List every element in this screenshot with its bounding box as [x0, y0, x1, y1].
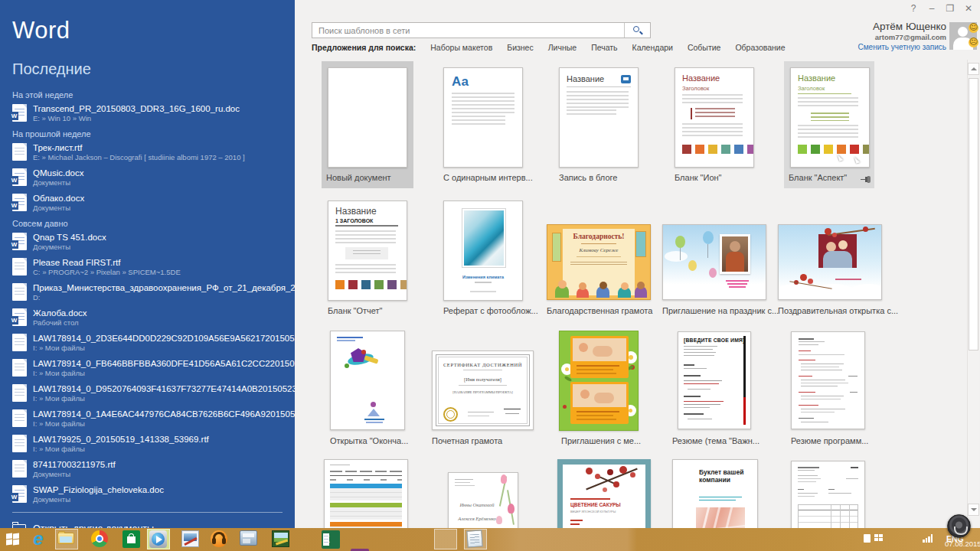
- file-explorer-icon[interactable]: [57, 533, 76, 551]
- rtf-doc-icon: [12, 384, 27, 402]
- recent-file[interactable]: LAW178914_0_FB646BBFBBA360DFE41D56A5A61C…: [12, 357, 295, 378]
- scroll-up-button[interactable]: [968, 63, 979, 75]
- scroll-down-button[interactable]: [968, 504, 979, 516]
- search-button[interactable]: [624, 23, 650, 37]
- template-blog-post[interactable]: Название: [559, 67, 639, 168]
- excel-icon[interactable]: X: [322, 530, 340, 549]
- theme-color-squares: [798, 145, 870, 154]
- app-title: Word: [0, 0, 295, 44]
- template-blank-aspect[interactable]: Название Заголовок: [790, 67, 870, 168]
- taskbar-date[interactable]: 07.08.2015: [945, 540, 980, 548]
- account-name: Артём Ющенко: [858, 21, 946, 32]
- media-player-icon[interactable]: [149, 530, 168, 549]
- template-label: Бланк "Отчет": [328, 306, 383, 315]
- template-label: С одинарным интерв...: [443, 173, 533, 182]
- template-baby-invitations[interactable]: [559, 331, 639, 431]
- greeting-text-line: [835, 279, 861, 280]
- tray-app-icon[interactable]: [864, 534, 871, 543]
- recent-file[interactable]: LAW178914_0_D9520764093F41637F73277E4741…: [12, 383, 295, 403]
- suggestion-link-layouts[interactable]: Наборы макетов: [430, 43, 492, 52]
- template-label: Благодарственная грамота: [547, 306, 652, 315]
- close-button[interactable]: ✕: [963, 3, 974, 14]
- help-button[interactable]: ?: [908, 3, 919, 14]
- template-label: Бланк "Аспект": [789, 173, 847, 182]
- group-label: На прошлой неделе: [12, 129, 295, 139]
- template-label: Приглашения с ме...: [561, 436, 641, 445]
- recent-file[interactable]: W Qnap TS 451.docx Документы: [12, 231, 295, 252]
- overlay-badge-icon[interactable]: [947, 514, 971, 538]
- recent-file[interactable]: W Transcend_PR_20150803_DDR3_16G_1600_ru…: [12, 103, 295, 123]
- template-greeting-card[interactable]: [778, 224, 882, 300]
- suggestion-link-calendars[interactable]: Календари: [632, 43, 673, 52]
- recent-file[interactable]: LAW179925_0_20150519_141338_53969.rtf I:…: [12, 433, 295, 454]
- template-label: Открытка "Оконча...: [330, 436, 408, 445]
- rtf-doc-icon: [12, 460, 27, 478]
- rtf-doc-icon: [12, 258, 27, 276]
- template-label: Почетная грамота: [432, 436, 502, 445]
- theme-color-squares: [335, 280, 407, 289]
- template-resume-programmer[interactable]: [791, 331, 865, 429]
- template-resume-important[interactable]: [ВВЕДИТЕ СВОЕ ИМЯ]: [678, 331, 751, 429]
- tray-network-icon[interactable]: [923, 534, 933, 543]
- template-single-spaced[interactable]: Аа: [443, 67, 523, 168]
- search-input[interactable]: [312, 23, 624, 37]
- windows-store-icon[interactable]: [122, 530, 141, 549]
- tray-windows-icon[interactable]: [874, 534, 883, 541]
- audio-player-icon[interactable]: [211, 530, 229, 549]
- suggestion-link-event[interactable]: Событие: [688, 43, 721, 52]
- internet-explorer-icon[interactable]: e: [29, 530, 47, 549]
- notepad-icon[interactable]: [467, 530, 485, 549]
- template-essay-photo-cover[interactable]: Изменения климата: [443, 201, 523, 301]
- rtf-doc-icon: [12, 435, 27, 452]
- restore-button[interactable]: ❐: [945, 3, 956, 14]
- template-graduation-card[interactable]: [330, 331, 405, 430]
- template-label: Резюме (тема "Важн...: [672, 436, 760, 445]
- recent-file[interactable]: W QMusic.docx Документы: [12, 167, 295, 187]
- minimize-button[interactable]: –: [926, 3, 937, 14]
- app-window-icon[interactable]: [240, 530, 258, 549]
- template-label: Поздравительная открытка с...: [778, 306, 898, 315]
- suggestion-link-business[interactable]: Бизнес: [507, 43, 533, 52]
- word-doc-icon: W: [12, 233, 27, 250]
- cover-photo: [462, 208, 506, 268]
- template-label: Запись в блоге: [559, 173, 617, 182]
- template-party-invitation[interactable]: [662, 224, 766, 300]
- suggestion-link-personal[interactable]: Личные: [548, 43, 577, 52]
- template-new-document[interactable]: [328, 67, 407, 168]
- recent-file[interactable]: LAW178914_0_1A4E6AC447976CA84CB7626B6CF4…: [12, 408, 295, 429]
- scrollbar-thumb[interactable]: [969, 78, 978, 350]
- suggestion-link-education[interactable]: Образование: [735, 43, 785, 52]
- template-gratitude-certificate[interactable]: Благодарность! Климову Сереже: [547, 224, 651, 300]
- account-email: artom77@gmail.com: [858, 33, 946, 41]
- template-blank-ion[interactable]: Название Заголовок: [675, 67, 754, 168]
- recent-file[interactable]: W Облако.docx Документы: [12, 192, 295, 213]
- taskbar: e: [0, 528, 980, 551]
- pin-icon[interactable]: [861, 175, 871, 183]
- switch-account-link[interactable]: Сменить учетную запись: [858, 43, 946, 51]
- recent-file[interactable]: Трек-лист.rtf E: » Michael Jackson – Dis…: [12, 142, 295, 162]
- template-search-box: [312, 22, 651, 38]
- rtf-doc-icon: [12, 409, 27, 427]
- photo-editor-icon[interactable]: [181, 530, 200, 549]
- open-other-documents-button[interactable]: Открыть другие документы: [0, 513, 295, 528]
- image-viewer-icon[interactable]: [272, 530, 290, 549]
- chrome-icon[interactable]: [91, 530, 109, 549]
- recent-file[interactable]: W SWAP_Fiziologija_cheloveka.doc Докумен…: [12, 484, 295, 504]
- recent-file[interactable]: 874117003211975.rtf Документы: [12, 458, 295, 479]
- search-suggestions: Предложения для поиска: Наборы макетов Б…: [312, 43, 786, 52]
- suggestion-link-print[interactable]: Печать: [591, 43, 617, 52]
- template-label: Бланк "Ион": [675, 173, 721, 182]
- word-doc-icon: W: [12, 168, 27, 186]
- recent-file[interactable]: W Жалоба.docx Рабочий стол: [12, 307, 295, 328]
- recent-file[interactable]: Please Read FIRST.rtf C: » PROGRA~2 » Pi…: [12, 256, 295, 277]
- template-blank-report[interactable]: Название 1 ЗАГОЛОВОК: [328, 201, 407, 301]
- word-doc-icon: W: [12, 485, 27, 503]
- recent-file[interactable]: LAW178914_0_2D3E644DD0D229C92D109A56E9A5…: [12, 332, 295, 353]
- recent-file[interactable]: Приказ_Министерства_здравоохранения_РФ_о…: [12, 282, 295, 302]
- template-achievement-certificate[interactable]: СЕРТИФИКАТ ДОСТИЖЕНИЙ [Имя получателя] […: [432, 350, 534, 430]
- happy-smiley-icon[interactable]: ☺: [969, 23, 978, 33]
- gallery-scrollbar[interactable]: [967, 60, 979, 528]
- sad-smiley-icon[interactable]: ☹: [969, 37, 978, 47]
- invite-panel: [570, 382, 629, 424]
- start-button[interactable]: [6, 533, 19, 546]
